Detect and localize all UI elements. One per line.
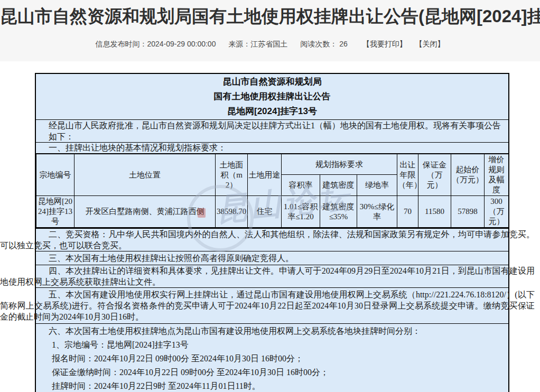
section-6-listing-time-line: 挂牌时间：2024年10月22日9时 至2024年11月01日11时。 [36, 379, 504, 392]
section-6-row: 六、本次国有土地使用权挂牌地点为昆山市国有建设用地使用权网上交易系统各地块挂牌时… [36, 323, 508, 392]
col-header-start-price: 起始价（万元） [451, 154, 485, 196]
cell-increment: 300（万元） [485, 196, 509, 228]
publish-time-label: 信息发布时间： [95, 40, 147, 48]
cell-area: 38598.70 [216, 196, 248, 228]
col-header-green: 绿地率 [357, 175, 397, 196]
col-header-years: 出让年限（年） [397, 154, 418, 196]
col-header-increment: 增价规则及幅度 [485, 154, 509, 196]
col-header-use: 土地用途 [248, 154, 282, 196]
col-header-far: 容积率 [282, 175, 320, 196]
doc-title-line-3: 昆地网[2024]挂字13号 [36, 104, 508, 119]
page-header-band: 昆山市自然资源和规划局国有土地使用权挂牌出让公告(昆地网[2024]挂字13号)… [0, 0, 540, 61]
table-header-row-1: 宗地编号 土地位置 土地面积（m2） 土地用途 规划指标要求 出让年限（年） 保… [36, 154, 509, 175]
col-header-deposit: 保证金（万元） [418, 154, 451, 196]
cell-far: 1.01≤容积率≤1.20 [282, 196, 320, 228]
cell-parcel-id: 昆地网[2024]挂字13号 [36, 196, 75, 228]
cell-location: 开发区白墅路南侧、黄浦江路西侧 [75, 196, 216, 228]
doc-title-block: 昆山市自然资源和规划局 国有土地使用权挂牌出让公告 昆地网[2024]挂字13号 [36, 74, 508, 119]
close-link[interactable]: 【关闭】 [415, 40, 445, 48]
section-2-row: 二、竞买资格：凡中华人民共和国境内外的自然人、法人和其他组织，除法律、法规和国家… [36, 228, 508, 251]
col-header-density: 建筑密度 [320, 175, 357, 196]
cell-deposit: 11580 [418, 196, 451, 228]
cell-density: 建筑密度≤35% [320, 196, 357, 228]
announcement-document: 昆山市自然资源和规划局 国有土地使用权挂牌出让公告 昆地网[2024]挂字13号… [35, 73, 509, 392]
col-header-area: 土地面积（m2） [216, 154, 248, 196]
cell-green: 30%≤绿化率 [357, 196, 397, 228]
section-5-paragraph: 五、本次国有建设用地使用权实行网上挂牌出让，通过昆山市国有建设用地使用权网上交易… [0, 289, 535, 322]
col-header-location: 土地位置 [75, 154, 216, 196]
section-6-parcel-line: 1、宗地编号：昆地网[2024]挂字13号 [36, 338, 504, 352]
section-4-row: 四、本次挂牌出让的详细资料和具体要求，见挂牌出让文件。申请人可于2024年09月… [36, 265, 508, 287]
meta-line: 信息发布时间：2024-09-29 00:00:00 来源：江苏省国土 阅读次数… [0, 40, 540, 49]
section-2-paragraph: 二、竞买资格：凡中华人民共和国境内外的自然人、法人和其他组织，除法律、法规和国家… [0, 229, 535, 251]
section-6-heading: 六、本次国有土地使用权挂牌地点为昆山市国有建设用地使用权网上交易系统各地块挂牌时… [36, 324, 504, 338]
col-header-parcel: 宗地编号 [36, 154, 75, 196]
section-6-signup-time-line: 报名时间：2024年10月22日 09时00分 至2024年10月30日 16时… [36, 352, 504, 366]
land-parcel-table: 宗地编号 土地位置 土地面积（m2） 土地用途 规划指标要求 出让年限（年） 保… [36, 153, 509, 228]
page-title: 昆山市自然资源和规划局国有土地使用权挂牌出让公告(昆地网[2024]挂字13号) [0, 0, 540, 29]
section-6-deposit-time-line: 保证金缴纳时间：2024年10月22日 09时00分 至2024年10月30日 … [36, 366, 504, 379]
table-row: 昆地网[2024]挂字13号 开发区白墅路南侧、黄浦江路西侧 38598.70 … [36, 196, 509, 228]
section-5-row: 五、本次国有建设用地使用权实行网上挂牌出让，通过昆山市国有建设用地使用权网上交易… [36, 287, 508, 323]
section-3-paragraph: 三、本次国有土地使用权挂牌出让按照价高者得原则确定竞得人。 [36, 251, 508, 265]
source-value: 江苏省国土 [250, 40, 287, 48]
cell-use: 住宅 [248, 196, 282, 228]
col-header-planning: 规划指标要求 [282, 154, 397, 175]
cell-start-price: 57898 [451, 196, 485, 228]
doc-title-line-1: 昆山市自然资源和规划局 [36, 74, 508, 89]
views-label: 阅读次数： [300, 40, 337, 48]
print-link[interactable]: 【我要打印】 [362, 40, 407, 48]
cell-years: 70 [397, 196, 418, 228]
doc-title-line-2: 国有土地使用权挂牌出让公告 [36, 89, 508, 104]
section-4-paragraph: 四、本次挂牌出让的详细资料和具体要求，见挂牌出让文件。申请人可于2024年09月… [0, 265, 535, 287]
publish-time-value: 2024-09-29 00:00:00 [147, 40, 216, 48]
views-count: 26 [339, 40, 348, 48]
section-1-heading: 一、挂牌出让地块的基本情况和规划指标要求： [36, 142, 508, 153]
source-label: 来源： [228, 40, 250, 48]
intro-paragraph: 经昆山市人民政府批准，昆山市自然资源和规划局决定以挂牌方式出让1（幅）地块的国有… [36, 119, 508, 142]
